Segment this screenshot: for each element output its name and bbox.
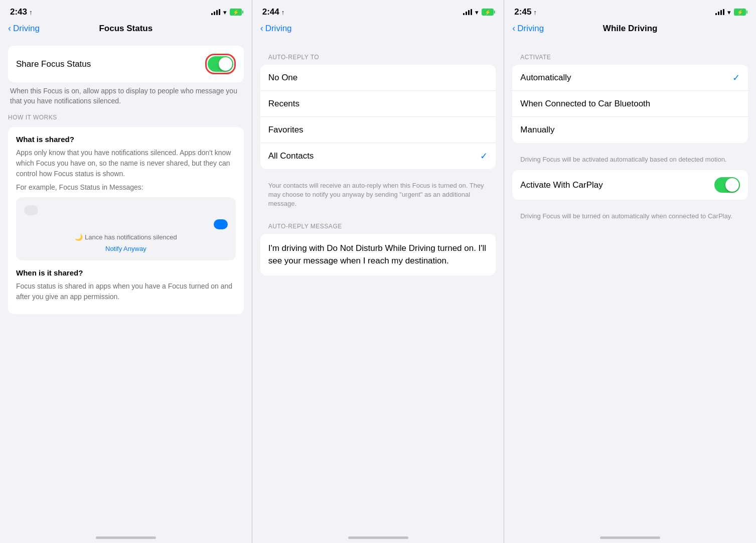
checkmark-automatically: ✓ <box>732 72 740 83</box>
wifi-icon-3: ▾ <box>727 9 731 16</box>
signal-bar-1 <box>211 13 213 15</box>
notification-line: Lance has notifications silenced <box>85 233 177 241</box>
share-focus-card: Share Focus Status <box>8 46 244 82</box>
option-no-one-label: No One <box>268 73 488 83</box>
phones-container: 2:43 ↑ ▾ ⚡ ‹ Driving Focus Status <box>0 0 756 543</box>
time-display-3: 2:45 <box>514 7 531 17</box>
auto-reply-message-label: AUTO-REPLY MESSAGE <box>268 223 496 230</box>
signal-bars-3 <box>715 9 724 15</box>
status-icons-3: ▾ ⚡ <box>715 9 746 16</box>
toggle-thumb-3 <box>725 178 739 192</box>
message-demo: 🌙 Lance has notifications silenced Notif… <box>16 197 236 260</box>
content-1: Share Focus Status When this Focus is on… <box>0 38 252 526</box>
activate-bluetooth[interactable]: When Connected to Car Bluetooth <box>512 91 748 117</box>
phone-3: 2:45 ↑ ▾ ⚡ ‹ Driving While Driving <box>504 0 756 543</box>
back-label-3: Driving <box>517 24 544 34</box>
option-favorites-label: Favorites <box>268 125 488 135</box>
nav-bar-1: ‹ Driving Focus Status <box>0 21 252 38</box>
auto-reply-message-text: I'm driving with Do Not Disturb While Dr… <box>268 243 486 266</box>
chevron-icon-2: ‹ <box>260 23 263 34</box>
activate-manually[interactable]: Manually <box>512 117 748 143</box>
option-recents[interactable]: Recents <box>260 91 496 117</box>
when-is-shared-title: When is it shared? <box>16 268 236 277</box>
auto-reply-to-label: AUTO-REPLY TO <box>268 54 496 61</box>
nav-bar-2: ‹ Driving <box>252 21 504 38</box>
content-2: AUTO-REPLY TO No One Recents Favorites A… <box>252 38 504 526</box>
home-bar-1 <box>96 536 156 539</box>
status-bar-1: 2:43 ↑ ▾ ⚡ <box>0 0 252 21</box>
status-icons-2: ▾ ⚡ <box>463 9 494 16</box>
signal-bar-4 <box>219 9 220 15</box>
activate-section-label: ACTIVATE <box>520 54 748 61</box>
checkmark-all-contacts: ✓ <box>480 151 488 162</box>
what-is-shared-card: What is shared? Apps only know that you … <box>8 127 244 314</box>
status-icons-1: ▾ ⚡ <box>211 9 242 16</box>
back-label-2: Driving <box>265 24 292 34</box>
received-bubble <box>24 205 38 215</box>
signal-bar-3 <box>216 10 218 15</box>
home-indicator-1 <box>0 526 252 543</box>
battery-icon-2: ⚡ <box>482 9 494 16</box>
location-icon-2: ↑ <box>281 9 285 16</box>
carplay-card: Activate With CarPlay <box>512 170 748 200</box>
what-is-shared-title: What is shared? <box>16 135 236 144</box>
activate-options-card: Automatically ✓ When Connected to Car Bl… <box>512 65 748 143</box>
example-label: For example, Focus Status in Messages: <box>16 183 236 191</box>
status-bar-2: 2:44 ↑ ▾ ⚡ <box>252 0 504 21</box>
content-3: ACTIVATE Automatically ✓ When Connected … <box>504 38 756 526</box>
back-button-1[interactable]: ‹ Driving <box>8 23 40 34</box>
chevron-icon-3: ‹ <box>512 23 515 34</box>
signal-bars-2 <box>463 9 472 15</box>
notify-anyway-button[interactable]: Notify Anyway <box>105 245 146 252</box>
activate-description: Driving Focus will be activated automati… <box>512 151 748 170</box>
back-button-3[interactable]: ‹ Driving <box>512 23 544 34</box>
auto-reply-message-box[interactable]: I'm driving with Do Not Disturb While Dr… <box>260 234 496 276</box>
status-time-2: 2:44 ↑ <box>262 7 285 17</box>
status-time-1: 2:43 ↑ <box>10 7 33 17</box>
time-display-2: 2:44 <box>262 7 279 17</box>
auto-reply-description: Your contacts will receive an auto-reply… <box>260 177 496 215</box>
chevron-icon-1: ‹ <box>8 23 11 34</box>
home-bar-2 <box>348 536 408 539</box>
activate-bluetooth-label: When Connected to Car Bluetooth <box>520 99 740 109</box>
home-indicator-3 <box>504 526 756 543</box>
how-it-works-label: HOW IT WORKS <box>8 114 244 121</box>
moon-icon: 🌙 <box>75 233 83 241</box>
back-label-1: Driving <box>13 24 40 34</box>
phone-1: 2:43 ↑ ▾ ⚡ ‹ Driving Focus Status <box>0 0 252 543</box>
wifi-icon-1: ▾ <box>223 9 227 16</box>
option-all-contacts[interactable]: All Contacts ✓ <box>260 143 496 169</box>
signal-bars-1 <box>211 9 220 15</box>
page-title-1: Focus Status <box>99 24 153 34</box>
phone-2: 2:44 ↑ ▾ ⚡ ‹ Driving AUTO <box>252 0 505 543</box>
signal-bar-2 <box>214 12 215 15</box>
notification-text: 🌙 Lance has notifications silenced <box>75 233 177 241</box>
share-focus-toggle[interactable] <box>208 56 233 72</box>
battery-icon-3: ⚡ <box>734 9 746 16</box>
carplay-description: Driving Focus will be turned on automati… <box>512 208 748 227</box>
option-recents-label: Recents <box>268 99 488 109</box>
back-button-2[interactable]: ‹ Driving <box>260 23 292 34</box>
home-indicator-2 <box>252 526 504 543</box>
activate-automatically-label: Automatically <box>520 73 732 83</box>
carplay-toggle[interactable] <box>714 177 740 193</box>
time-display-1: 2:43 <box>10 7 27 17</box>
location-icon-1: ↑ <box>29 9 33 16</box>
page-title-3: While Driving <box>603 24 658 34</box>
auto-reply-options-card: No One Recents Favorites All Contacts ✓ <box>260 65 496 169</box>
option-no-one[interactable]: No One <box>260 65 496 91</box>
carplay-row: Activate With CarPlay <box>512 170 748 200</box>
home-bar-3 <box>600 536 660 539</box>
share-focus-label: Share Focus Status <box>16 59 205 69</box>
what-is-shared-text: Apps only know that you have notificatio… <box>16 148 236 179</box>
option-favorites[interactable]: Favorites <box>260 117 496 143</box>
status-time-3: 2:45 ↑ <box>514 7 537 17</box>
when-is-shared-text: Focus status is shared in apps when you … <box>16 281 236 302</box>
carplay-label: Activate With CarPlay <box>520 180 714 190</box>
activate-manually-label: Manually <box>520 125 740 135</box>
activate-automatically[interactable]: Automatically ✓ <box>512 65 748 91</box>
battery-icon-1: ⚡ <box>230 9 242 16</box>
share-focus-description: When this Focus is on, allow apps to dis… <box>8 86 244 106</box>
sent-bubble <box>214 219 228 229</box>
nav-bar-3: ‹ Driving While Driving <box>504 21 756 38</box>
